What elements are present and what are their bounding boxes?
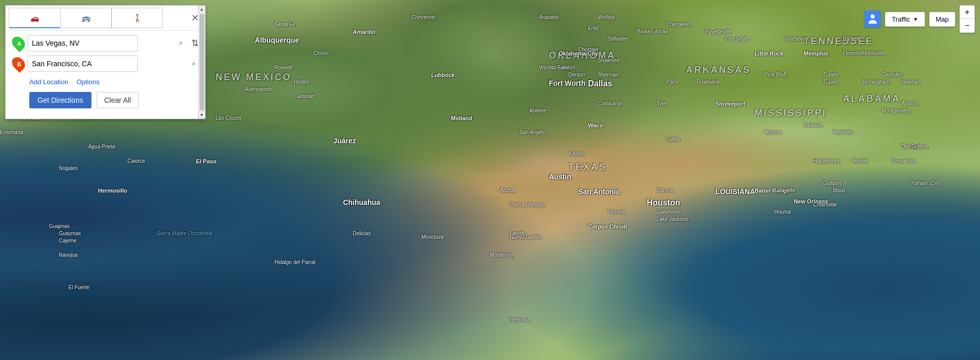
directions-actions: Get Directions Clear All [11, 90, 200, 110]
destination-marker: B [9, 54, 27, 72]
svg-point-0 [871, 14, 875, 18]
car-icon: 🚗 [30, 14, 39, 22]
tab-walk[interactable]: 🚶 [112, 8, 163, 28]
panel-scrollbar: ▲ ▼ [198, 6, 205, 119]
directions-links: Add Location Options [11, 76, 200, 90]
zoom-in-button[interactable]: + [960, 6, 974, 19]
directions-panel: 🚗 🚌 🚶 ✕ A × ⇅ [5, 5, 206, 119]
map-type-label: Map [936, 15, 949, 23]
destination-input-wrapper: × [27, 55, 200, 72]
clear-destination-button[interactable]: × [191, 59, 197, 69]
origin-row: A × ⇅ [11, 35, 200, 51]
tab-car[interactable]: 🚗 [9, 8, 60, 28]
zoom-out-button[interactable]: − [960, 19, 974, 32]
clear-origin-icon: × [179, 39, 183, 47]
clear-origin-button[interactable]: × [178, 38, 184, 48]
traffic-button[interactable]: Traffic ▼ [885, 12, 924, 27]
origin-input[interactable] [27, 35, 138, 51]
scroll-up-arrow[interactable]: ▲ [198, 6, 206, 13]
add-location-link[interactable]: Add Location [29, 78, 68, 86]
map-type-button[interactable]: Map [929, 12, 955, 27]
clear-all-button[interactable]: Clear All [97, 92, 139, 108]
destination-input[interactable] [27, 55, 138, 72]
origin-marker-label: A [17, 41, 21, 47]
transport-tabs: 🚗 🚌 🚶 [9, 8, 163, 28]
origin-input-wrapper: × [27, 35, 187, 51]
origin-marker: A [9, 34, 27, 52]
directions-body: A × ⇅ B × [6, 31, 205, 115]
zoom-controls: + − [959, 5, 975, 33]
street-view-button[interactable] [864, 11, 881, 27]
destination-marker-label: B [17, 61, 21, 67]
options-link[interactable]: Options [77, 78, 100, 86]
transit-icon: 🚌 [82, 14, 90, 22]
scroll-down-arrow[interactable]: ▼ [198, 111, 206, 119]
traffic-label: Traffic [892, 15, 910, 23]
scroll-thumb[interactable] [199, 14, 205, 110]
top-right-controls: Traffic ▼ Map + − [864, 5, 975, 33]
directions-header: 🚗 🚌 🚶 ✕ [6, 6, 205, 31]
walk-icon: 🚶 [133, 14, 142, 22]
traffic-dropdown-icon: ▼ [913, 16, 918, 22]
clear-dest-icon: × [192, 60, 196, 68]
get-directions-button[interactable]: Get Directions [29, 92, 91, 108]
destination-row: B × [11, 55, 200, 72]
tab-transit[interactable]: 🚌 [60, 8, 112, 28]
